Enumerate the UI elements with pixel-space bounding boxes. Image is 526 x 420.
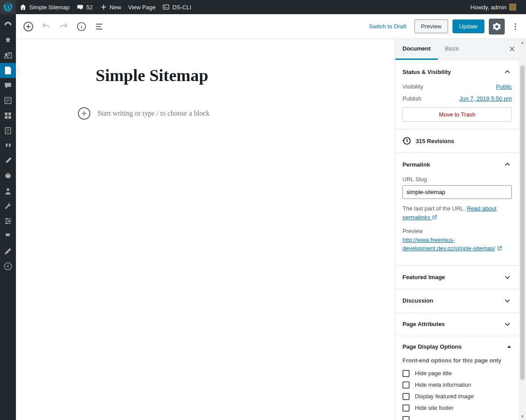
panel-permalink-header[interactable]: Permalink bbox=[395, 153, 519, 176]
add-block-button[interactable] bbox=[20, 19, 36, 35]
media-icon bbox=[4, 51, 12, 60]
svg-rect-4 bbox=[8, 113, 11, 115]
menu-comments[interactable] bbox=[0, 78, 16, 93]
slug-input[interactable] bbox=[402, 185, 512, 199]
svg-point-11 bbox=[6, 222, 8, 224]
menu-custom1[interactable] bbox=[0, 229, 16, 244]
tab-block[interactable]: Block bbox=[438, 39, 466, 60]
panel-display-options-header[interactable]: Page Display Options bbox=[395, 336, 519, 357]
header-toolbar-right: Switch to Draft Preview Update bbox=[365, 19, 522, 35]
admin-menu bbox=[0, 14, 16, 420]
howdy-account[interactable]: Howdy, admin bbox=[467, 0, 520, 14]
checkbox-hide-title[interactable] bbox=[402, 370, 410, 377]
opt-hide-footer: Hide site footer bbox=[415, 404, 453, 411]
panel-featured-image-header[interactable]: Featured Image bbox=[395, 266, 519, 289]
scroll-down-arrow-icon[interactable]: ▼ bbox=[519, 413, 526, 420]
svg-point-12 bbox=[4, 263, 12, 270]
info-button[interactable] bbox=[73, 19, 89, 35]
move-to-trash-button[interactable]: Move to Trash bbox=[402, 107, 512, 122]
update-button[interactable]: Update bbox=[453, 19, 484, 33]
preview-button[interactable]: Preview bbox=[414, 19, 448, 33]
checkbox-hide-footer[interactable] bbox=[402, 404, 410, 412]
history-icon bbox=[402, 136, 411, 145]
slug-label: URL Slug bbox=[402, 176, 512, 183]
view-page[interactable]: View Page bbox=[125, 0, 159, 14]
inline-add-block[interactable] bbox=[78, 107, 90, 120]
menu-quote[interactable] bbox=[0, 138, 16, 153]
menu-appearance[interactable] bbox=[0, 153, 16, 168]
new-label: New bbox=[110, 4, 121, 11]
menu-pages[interactable] bbox=[0, 63, 16, 78]
menu-grid[interactable] bbox=[0, 108, 16, 123]
flag-icon bbox=[4, 232, 12, 241]
svg-point-9 bbox=[6, 218, 8, 220]
sidebar-close[interactable]: ✕ bbox=[509, 44, 515, 54]
page-icon bbox=[4, 66, 12, 75]
ds-cli[interactable]: DS-CLI bbox=[159, 0, 195, 14]
comments-link[interactable]: 52 bbox=[73, 0, 96, 14]
svg-point-16 bbox=[514, 26, 516, 27]
grid-icon bbox=[4, 111, 12, 120]
more-menu-button[interactable] bbox=[509, 19, 522, 35]
user-icon bbox=[4, 187, 12, 195]
settings-toggle[interactable] bbox=[489, 19, 505, 35]
editor-canvas[interactable]: Simple Sitemap Start writing or type / t… bbox=[16, 39, 395, 420]
menu-users[interactable] bbox=[0, 183, 16, 198]
menu-dashboard[interactable] bbox=[0, 18, 16, 33]
quote-icon bbox=[4, 141, 12, 150]
terminal-icon bbox=[162, 4, 170, 11]
sidebar-tabs: Document Block ✕ bbox=[395, 39, 519, 60]
menu-media[interactable] bbox=[0, 48, 16, 63]
chevron-down-icon bbox=[503, 320, 512, 329]
panel-discussion-header[interactable]: Discussion bbox=[395, 289, 519, 312]
external-icon bbox=[497, 245, 503, 251]
panel-status-header[interactable]: Status & Visibility bbox=[395, 60, 519, 83]
settings-sidebar: Document Block ✕ Status & Visibility Vis… bbox=[395, 39, 519, 420]
redo-button[interactable] bbox=[56, 19, 72, 35]
outline-icon bbox=[94, 22, 104, 31]
menu-tools[interactable] bbox=[0, 198, 16, 214]
panel-page-attributes-header[interactable]: Page Attributes bbox=[395, 313, 519, 336]
chevron-up-icon bbox=[503, 67, 512, 76]
chevron-down-icon bbox=[503, 273, 512, 282]
checkbox-hide-meta[interactable] bbox=[402, 381, 410, 389]
block-placeholder[interactable]: Start writing or type / to choose a bloc… bbox=[97, 109, 209, 117]
site-home[interactable]: Simple Sitemap bbox=[16, 0, 73, 14]
publish-value[interactable]: Jun 7, 2019 5:50 pm bbox=[459, 95, 512, 102]
menu-doc[interactable] bbox=[0, 123, 16, 138]
undo-button[interactable] bbox=[38, 19, 54, 35]
menu-edit[interactable] bbox=[0, 244, 16, 259]
redo-icon bbox=[59, 22, 69, 31]
switch-draft-button[interactable]: Switch to Draft bbox=[365, 20, 410, 32]
menu-plugins[interactable] bbox=[0, 168, 16, 183]
home-icon bbox=[19, 4, 27, 11]
editor: Switch to Draft Preview Update Simple Si… bbox=[16, 14, 526, 420]
sidebar-scroll[interactable]: Status & Visibility Visibility Public Pu… bbox=[395, 60, 519, 420]
visibility-label: Visibility bbox=[402, 83, 423, 90]
revisions-row[interactable]: 315 Revisions bbox=[395, 129, 519, 153]
opt-featured: Display featured image bbox=[415, 393, 474, 400]
outer-scrollbar[interactable]: ▲ ▼ bbox=[519, 39, 526, 420]
avatar bbox=[509, 4, 516, 11]
tab-document[interactable]: Document bbox=[395, 39, 438, 60]
site-name-label: Simple Sitemap bbox=[29, 4, 70, 11]
preview-url[interactable]: http://www.freemius-development.dev.cc/s… bbox=[402, 237, 495, 252]
scrollbar-thumb[interactable] bbox=[520, 66, 525, 380]
menu-settings[interactable] bbox=[0, 214, 16, 229]
checkbox-extra[interactable] bbox=[402, 416, 410, 420]
svg-point-10 bbox=[8, 220, 10, 222]
svg-rect-0 bbox=[163, 5, 169, 9]
post-title[interactable]: Simple Sitemap bbox=[96, 66, 361, 85]
checkbox-featured[interactable] bbox=[402, 393, 410, 400]
menu-collapse[interactable] bbox=[0, 259, 16, 274]
panel-display-options-title: Page Display Options bbox=[402, 343, 462, 350]
visibility-value[interactable]: Public bbox=[496, 83, 512, 90]
new-content[interactable]: New bbox=[97, 0, 125, 14]
menu-forms[interactable] bbox=[0, 93, 16, 108]
scroll-up-arrow-icon[interactable]: ▲ bbox=[519, 39, 526, 46]
triangle-up-icon bbox=[507, 344, 512, 349]
outline-button[interactable] bbox=[91, 19, 107, 35]
collapse-icon bbox=[4, 262, 12, 271]
wp-logo[interactable] bbox=[0, 0, 16, 14]
menu-pin[interactable] bbox=[0, 33, 16, 48]
